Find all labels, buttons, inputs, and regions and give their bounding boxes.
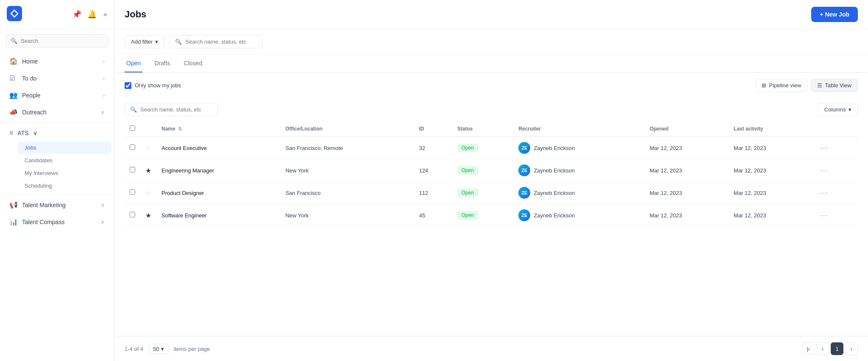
table-view-label: Table View	[825, 82, 851, 89]
table-search-box[interactable]: 🔍	[125, 103, 218, 116]
recruiter-name: Zayneb Erickson	[534, 190, 575, 196]
recruiter-name: Zayneb Erickson	[534, 167, 575, 174]
th-opened[interactable]: Opened	[645, 121, 729, 137]
sidebar-item-my-interviews[interactable]: My Interviews	[18, 167, 111, 179]
pin-icon-button[interactable]: 📌	[72, 10, 81, 19]
first-page-button[interactable]: |‹	[802, 342, 815, 355]
th-recruiter[interactable]: Recruiter	[513, 121, 644, 137]
row-more-button[interactable]: ⋯	[818, 142, 830, 153]
filter-search-input[interactable]	[185, 39, 257, 45]
chevron-right-icon: ›	[103, 75, 105, 81]
job-id: 45	[414, 204, 452, 227]
table-view-button[interactable]: ☰ Table View	[811, 79, 858, 92]
columns-label: Columns	[824, 106, 846, 113]
tab-open[interactable]: Open	[125, 55, 142, 72]
sidebar-item-label: Outreach	[22, 109, 47, 116]
jobs-label: Jobs	[25, 144, 36, 151]
chevron-down-icon: ▾	[161, 346, 164, 352]
table-row: ☆ Product Designer San Francisco 112 Ope…	[125, 182, 858, 204]
row-checkbox[interactable]	[130, 167, 135, 172]
sidebar-item-talent-marketing[interactable]: 📢 Talent Marketing ∨	[3, 197, 111, 213]
th-location[interactable]: Office/Location	[280, 121, 414, 137]
tab-drafts[interactable]: Drafts	[153, 55, 172, 72]
add-filter-button[interactable]: Add filter ▾	[125, 35, 164, 48]
only-show-my-jobs-label[interactable]: Only show my jobs	[125, 82, 181, 89]
avatar: ZE	[518, 142, 530, 154]
row-more-button[interactable]: ⋯	[818, 165, 830, 176]
sidebar-item-outreach[interactable]: 📣 Outreach ∨	[3, 104, 111, 120]
columns-button[interactable]: Columns ▾	[818, 103, 858, 116]
ats-label: ATS	[17, 130, 28, 136]
collapse-sidebar-button[interactable]: «	[103, 11, 107, 18]
th-id[interactable]: ID	[414, 121, 452, 137]
job-name[interactable]: Software Engineer	[156, 204, 280, 227]
sidebar-item-label: Talent Compass	[22, 219, 64, 225]
job-opened: Mar 12, 2023	[645, 204, 729, 227]
star-empty-icon[interactable]: ☆	[145, 189, 151, 197]
jobs-table: Name ⇅ Office/Location ID Status Recruit…	[125, 121, 858, 227]
table-row: ★ Engineering Manager New York 124 Open …	[125, 159, 858, 182]
sidebar-search-box[interactable]: 🔍	[6, 34, 108, 47]
sidebar-item-scheduling[interactable]: Scheduling	[18, 180, 111, 192]
per-page-select[interactable]: 50 ▾	[148, 344, 168, 354]
chevron-right-icon: ›	[103, 92, 105, 98]
prev-page-button[interactable]: ‹	[816, 342, 829, 355]
sidebar-search-input[interactable]	[21, 38, 103, 44]
filter-search-box[interactable]: 🔍	[170, 35, 263, 48]
talent-compass-icon: 📊	[9, 218, 18, 226]
pagination: 1-4 of 4 50 ▾ items per page |‹ ‹ 1 ›	[114, 336, 868, 361]
row-checkbox[interactable]	[130, 212, 135, 217]
job-location: New York	[280, 204, 414, 227]
row-checkbox[interactable]	[130, 144, 135, 150]
pipeline-view-label: Pipeline view	[769, 82, 801, 89]
only-show-my-jobs-text: Only show my jobs	[135, 82, 181, 89]
bottom-nav: 📢 Talent Marketing ∨ 📊 Talent Compass ∨	[0, 196, 114, 230]
sidebar-item-people[interactable]: 👥 People ›	[3, 87, 111, 103]
job-name[interactable]: Account Executive	[156, 137, 280, 159]
only-show-my-jobs-checkbox[interactable]	[125, 82, 131, 89]
app-logo[interactable]	[7, 6, 22, 23]
avatar: ZE	[518, 187, 530, 199]
search-icon: 🔍	[11, 38, 17, 44]
sidebar-header-icons: 📌 🔔	[72, 10, 97, 19]
pipeline-view-button[interactable]: ⊞ Pipeline view	[755, 79, 807, 92]
chevron-down-icon: ∨	[101, 202, 105, 208]
pagination-buttons: |‹ ‹ 1 ›	[802, 342, 858, 355]
nav-divider	[0, 122, 114, 123]
recruiter-name: Zayneb Erickson	[534, 212, 575, 219]
select-all-checkbox[interactable]	[130, 125, 135, 131]
sidebar-item-jobs[interactable]: Jobs	[18, 142, 111, 154]
avatar: ZE	[518, 209, 530, 221]
th-last-activity[interactable]: Last activity	[729, 121, 812, 137]
notification-icon-button[interactable]: 🔔	[87, 10, 97, 19]
row-more-button[interactable]: ⋯	[818, 187, 830, 198]
job-name[interactable]: Product Designer	[156, 182, 280, 204]
sidebar-item-talent-compass[interactable]: 📊 Talent Compass ∨	[3, 214, 111, 230]
job-location: New York	[280, 159, 414, 182]
job-opened: Mar 12, 2023	[645, 182, 729, 204]
sidebar-header: 📌 🔔 «	[0, 0, 114, 29]
recruiter-name: Zayneb Erickson	[534, 145, 575, 151]
table-search-input[interactable]	[140, 106, 212, 113]
star-filled-icon[interactable]: ★	[145, 167, 151, 174]
job-recruiter: ZE Zayneb Erickson	[513, 204, 644, 227]
toolbar: Only show my jobs ⊞ Pipeline view ☰ Tabl…	[114, 73, 868, 98]
tab-closed[interactable]: Closed	[182, 55, 204, 72]
new-job-button[interactable]: + New Job	[811, 7, 858, 22]
page-1-button[interactable]: 1	[831, 342, 843, 355]
job-recruiter: ZE Zayneb Erickson	[513, 159, 644, 182]
row-more-button[interactable]: ⋯	[818, 210, 830, 221]
star-empty-icon[interactable]: ☆	[145, 144, 151, 152]
items-per-page-label: items per page	[174, 346, 210, 352]
candidates-label: Candidates	[25, 157, 53, 164]
job-name[interactable]: Engineering Manager	[156, 159, 280, 182]
sidebar-item-candidates[interactable]: Candidates	[18, 154, 111, 167]
sidebar-item-todo[interactable]: ☑ To do ›	[3, 70, 111, 86]
sidebar-item-home[interactable]: 🏠 Home ›	[3, 53, 111, 69]
row-checkbox[interactable]	[130, 189, 135, 195]
next-page-button[interactable]: ›	[845, 342, 858, 355]
ats-header[interactable]: ≡ ATS ∨	[3, 125, 111, 141]
th-status[interactable]: Status	[452, 121, 514, 137]
star-filled-icon[interactable]: ★	[145, 212, 151, 219]
th-name[interactable]: Name ⇅	[156, 121, 280, 137]
